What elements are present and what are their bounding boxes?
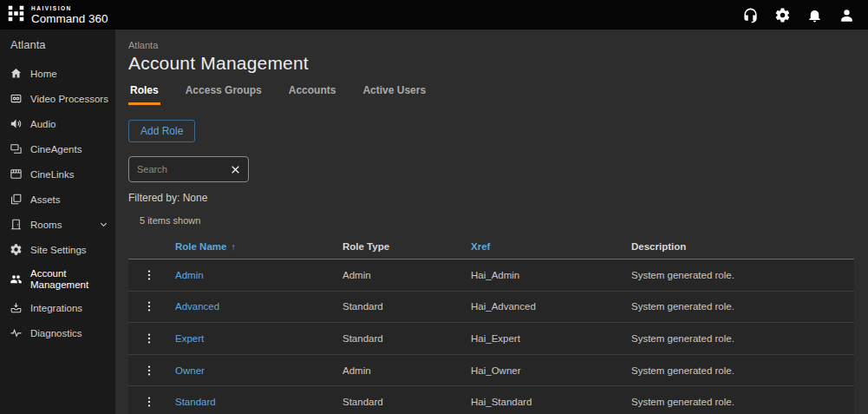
role-name-link[interactable]: Advanced	[175, 301, 219, 312]
breadcrumb: Atlanta	[128, 40, 854, 50]
xref-cell: Hai_Advanced	[471, 301, 631, 312]
add-role-button[interactable]: Add Role	[128, 120, 195, 142]
people-icon	[10, 273, 23, 287]
dual-display-icon	[10, 142, 23, 157]
xref-cell: Hai_Owner	[471, 365, 631, 376]
app-brand: HAIVISION Command 360	[7, 4, 108, 26]
video-processor-icon	[10, 92, 23, 107]
search-box	[128, 156, 249, 182]
tab-roles[interactable]: Roles	[128, 84, 160, 105]
table-row: Owner Admin Hai_Owner System generated r…	[128, 355, 854, 387]
chevron-down-icon	[99, 220, 108, 231]
sidebar-item-cinelinks[interactable]: CineLinks	[0, 162, 115, 187]
table-header-row: Role Name↑ Role Type Xref Description	[128, 234, 854, 260]
role-name-link[interactable]: Admin	[175, 270, 204, 280]
sidebar-item-site-settings[interactable]: Site Settings	[0, 238, 115, 263]
sidebar-item-cineagents[interactable]: CineAgents	[0, 137, 115, 162]
xref-cell: Hai_Admin	[471, 270, 631, 280]
table-row: Advanced Standard Hai_Advanced System ge…	[128, 292, 854, 324]
role-type-cell: Standard	[343, 301, 471, 312]
sidebar-item-rooms[interactable]: Rooms	[0, 213, 115, 238]
description-cell: System generated role.	[631, 270, 854, 280]
description-cell: System generated role.	[631, 333, 854, 344]
tab-bar: Roles Access Groups Accounts Active User…	[128, 84, 854, 105]
table-row: Expert Standard Hai_Expert System genera…	[128, 323, 854, 355]
row-actions-kebab-icon[interactable]	[139, 265, 160, 286]
role-type-cell: Standard	[343, 333, 471, 344]
row-actions-kebab-icon[interactable]	[139, 391, 160, 412]
xref-cell: Hai_Expert	[471, 333, 631, 344]
role-type-cell: Admin	[343, 270, 471, 280]
tab-access-groups[interactable]: Access Groups	[184, 84, 264, 105]
row-actions-kebab-icon[interactable]	[139, 296, 160, 317]
filtered-by-label: Filtered by: None	[128, 192, 854, 204]
role-name-link[interactable]: Owner	[175, 365, 205, 376]
column-header-xref[interactable]: Xref	[471, 241, 631, 252]
description-cell: System generated role.	[631, 397, 854, 407]
home-icon	[10, 67, 23, 82]
support-icon[interactable]	[741, 5, 760, 24]
page-title: Account Management	[128, 53, 854, 74]
stack-icon	[10, 193, 23, 207]
door-icon	[10, 218, 23, 233]
integration-icon	[10, 301, 23, 316]
settings-icon[interactable]	[773, 5, 792, 24]
sort-ascending-icon: ↑	[231, 241, 236, 252]
row-actions-kebab-icon[interactable]	[139, 360, 160, 381]
main-content: Atlanta Account Management Roles Access …	[115, 30, 868, 414]
film-screen-icon	[10, 168, 23, 182]
brand-product: Command 360	[31, 12, 108, 25]
sidebar-item-integrations[interactable]: Integrations	[0, 296, 115, 321]
notifications-icon[interactable]	[805, 5, 824, 24]
role-type-cell: Admin	[343, 365, 471, 376]
table-row: Standard Standard Hai_Standard System ge…	[128, 386, 854, 414]
roles-table: Role Name↑ Role Type Xref Description Ad…	[128, 234, 854, 414]
clear-search-icon[interactable]	[228, 164, 248, 175]
role-name-link[interactable]: Standard	[175, 397, 216, 407]
sidebar-item-home[interactable]: Home	[0, 62, 115, 87]
description-cell: System generated role.	[631, 301, 854, 312]
brand-text: HAIVISION Command 360	[31, 5, 108, 25]
sidebar-nav: Home Video Processors Audio	[0, 62, 115, 346]
haivision-logo-icon	[7, 4, 25, 26]
table-row: Admin Admin Hai_Admin System generated r…	[128, 260, 854, 292]
sidebar-item-audio[interactable]: Audio	[0, 112, 115, 137]
sidebar-item-assets[interactable]: Assets	[0, 187, 115, 213]
role-name-link[interactable]: Expert	[175, 333, 204, 344]
column-header-role-name[interactable]: Role Name↑	[175, 241, 343, 252]
column-header-description: Description	[631, 241, 854, 252]
xref-cell: Hai_Standard	[471, 397, 631, 407]
brand-company: HAIVISION	[31, 5, 108, 11]
tab-active-users[interactable]: Active Users	[361, 84, 427, 105]
description-cell: System generated role.	[631, 365, 854, 376]
sidebar-item-diagnostics[interactable]: Diagnostics	[0, 321, 115, 346]
search-input[interactable]	[129, 164, 228, 174]
role-type-cell: Standard	[343, 397, 471, 407]
topbar-actions	[741, 5, 856, 24]
pulse-icon	[10, 326, 23, 341]
table-body: Admin Admin Hai_Admin System generated r…	[128, 260, 854, 414]
items-shown-label: 5 items shown	[140, 215, 854, 226]
column-header-role-type: Role Type	[343, 241, 471, 252]
user-icon[interactable]	[837, 5, 856, 24]
tab-accounts[interactable]: Accounts	[287, 84, 338, 105]
sidebar-site-name: Atlanta	[0, 30, 115, 62]
row-actions-kebab-icon[interactable]	[139, 328, 160, 349]
sidebar-item-account-management[interactable]: Account Management	[0, 263, 115, 296]
speaker-icon	[10, 117, 23, 132]
gear-icon	[10, 243, 23, 258]
sidebar-item-video-processors[interactable]: Video Processors	[0, 87, 115, 112]
sidebar: Atlanta Home Video Processors Audio	[0, 30, 115, 414]
top-bar: HAIVISION Command 360	[0, 0, 868, 30]
